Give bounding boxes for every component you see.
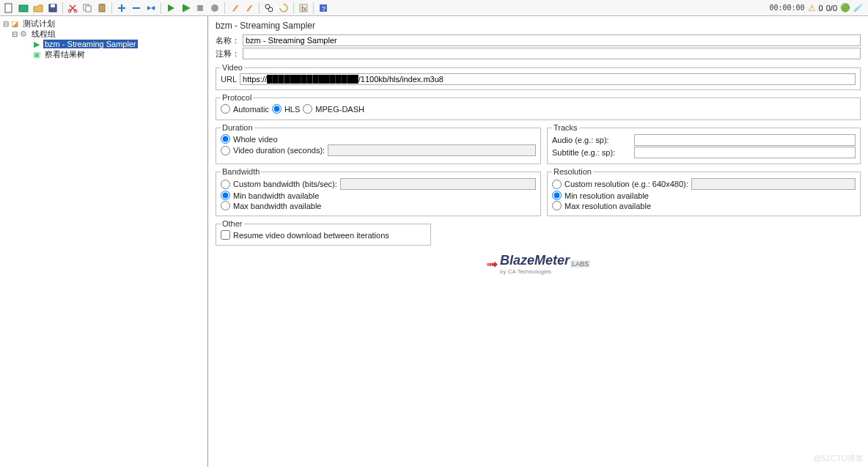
copy-icon[interactable] <box>80 1 95 15</box>
templates-icon[interactable] <box>16 1 31 15</box>
audio-input[interactable] <box>634 134 856 146</box>
svg-rect-10 <box>197 5 203 11</box>
warning-count: 0 <box>819 4 823 12</box>
expand-icon[interactable] <box>114 1 129 15</box>
duration-fieldset: Duration Whole video Video duration (sec… <box>216 123 541 164</box>
paste-icon[interactable] <box>95 1 109 15</box>
protocol-fieldset: Protocol Automatic HLS MPEG-DASH <box>216 93 861 120</box>
duration-seconds-input[interactable] <box>328 144 536 156</box>
svg-rect-3 <box>51 4 55 7</box>
clear-all-icon[interactable] <box>242 1 257 15</box>
duration-whole-radio[interactable] <box>221 134 230 144</box>
svg-rect-9 <box>100 4 103 5</box>
svg-point-11 <box>211 4 218 12</box>
warning-icon[interactable]: ⚠ <box>808 3 816 13</box>
audio-label: Audio (e.g.: sp): <box>552 136 631 144</box>
name-input[interactable] <box>243 34 861 46</box>
resolution-max-radio[interactable] <box>552 201 562 210</box>
stop-icon[interactable] <box>193 1 207 15</box>
protocol-automatic-radio[interactable] <box>221 104 230 114</box>
jmeter-icon: 🧪 <box>853 3 864 12</box>
save-icon[interactable] <box>45 1 60 15</box>
bandwidth-custom-radio[interactable] <box>221 180 230 189</box>
protocol-dash-radio[interactable] <box>303 104 312 114</box>
tree-thread-group[interactable]: ⊟⚙线程组 <box>1 29 207 39</box>
subtitle-input[interactable] <box>634 147 856 158</box>
resolution-fieldset: Resolution Custom resolution (e.g.: 640x… <box>547 167 861 216</box>
url-input[interactable] <box>240 73 856 85</box>
reset-search-icon[interactable] <box>276 1 291 15</box>
other-fieldset: Other Resume video download between iter… <box>216 219 431 246</box>
sampler-panel: bzm - Streaming Sampler 名称： 注释： Video UR… <box>208 16 868 467</box>
active-threads-icon: 🟢 <box>840 3 850 12</box>
protocol-legend: Protocol <box>221 93 253 102</box>
svg-rect-0 <box>5 4 12 12</box>
search-icon[interactable] <box>262 1 276 15</box>
start-no-timers-icon[interactable] <box>178 1 193 15</box>
other-legend: Other <box>221 219 244 228</box>
tracks-fieldset: Tracks Audio (e.g.: sp): Subtitle (e.g.:… <box>547 123 861 164</box>
svg-point-13 <box>268 7 273 12</box>
url-label: URL <box>221 75 237 84</box>
elapsed-timer: 00:00:00 <box>769 4 804 12</box>
clear-icon[interactable] <box>227 1 242 15</box>
tracks-legend: Tracks <box>552 123 579 132</box>
protocol-hls-radio[interactable] <box>272 104 282 114</box>
bandwidth-fieldset: Bandwidth Custom bandwidth (bits/sec): M… <box>216 167 541 216</box>
svg-text:fx: fx <box>301 5 307 12</box>
duration-seconds-radio[interactable] <box>221 146 230 155</box>
tree-streaming-sampler[interactable]: ▶bzm - Streaming Sampler <box>1 39 207 49</box>
main-toolbar: fx ? 00:00:00 ⚠ 0 0/0 🟢 🧪 <box>0 0 868 16</box>
blazemeter-logo: ➟ BlazeMeter by CA Technologies LABS <box>208 253 868 275</box>
tree-view-results[interactable]: ▣察看结果树 <box>1 49 207 59</box>
function-helper-icon[interactable]: fx <box>296 1 311 15</box>
bandwidth-custom-input[interactable] <box>340 178 536 190</box>
test-plan-tree[interactable]: ⊟◪测试计划 ⊟⚙线程组 ▶bzm - Streaming Sampler ▣察… <box>0 16 208 467</box>
comment-input[interactable] <box>243 48 861 59</box>
resolution-min-radio[interactable] <box>552 191 562 200</box>
start-icon[interactable] <box>163 1 178 15</box>
toggle-icon[interactable] <box>144 1 158 15</box>
subtitle-label: Subtitle (e.g.: sp): <box>552 148 631 157</box>
thread-count: 0/0 <box>826 4 837 12</box>
shutdown-icon[interactable] <box>207 1 222 15</box>
bandwidth-min-radio[interactable] <box>221 191 230 200</box>
svg-rect-8 <box>99 4 105 12</box>
video-legend: Video <box>221 63 244 72</box>
resume-checkbox[interactable] <box>221 230 230 240</box>
open-icon[interactable] <box>31 1 45 15</box>
cut-icon[interactable] <box>65 1 80 15</box>
resolution-custom-radio[interactable] <box>552 180 562 189</box>
svg-rect-1 <box>19 5 28 12</box>
bandwidth-legend: Bandwidth <box>221 167 261 176</box>
duration-legend: Duration <box>221 123 254 132</box>
resolution-legend: Resolution <box>552 167 593 176</box>
new-icon[interactable] <box>1 1 16 15</box>
comment-label: 注释： <box>216 48 240 59</box>
collapse-icon[interactable] <box>129 1 144 15</box>
help-icon[interactable]: ? <box>316 1 331 15</box>
video-fieldset: Video URL <box>216 63 861 90</box>
panel-title: bzm - Streaming Sampler <box>208 16 868 34</box>
name-label: 名称： <box>216 35 240 46</box>
tree-test-plan[interactable]: ⊟◪测试计划 <box>1 18 207 29</box>
bandwidth-max-radio[interactable] <box>221 201 230 210</box>
svg-text:?: ? <box>322 5 326 12</box>
resolution-custom-input[interactable] <box>691 178 856 190</box>
svg-rect-7 <box>86 6 91 12</box>
watermark: @51CTO博客 <box>814 453 864 464</box>
